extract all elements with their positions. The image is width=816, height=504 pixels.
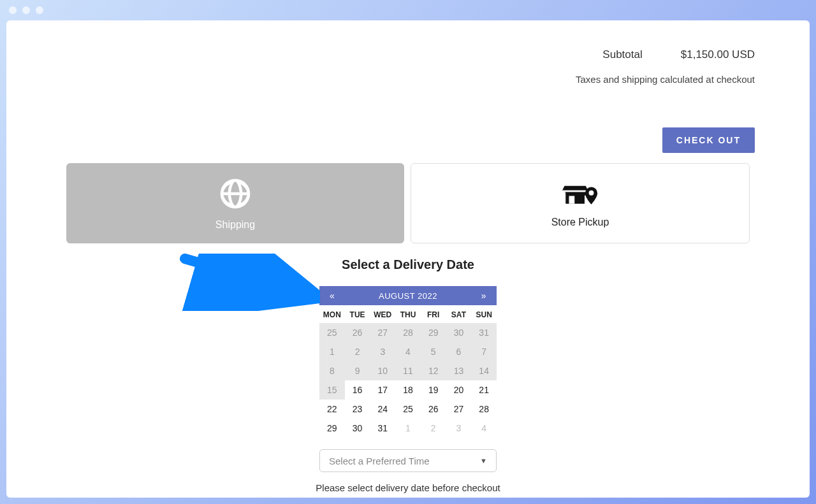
calendar-day: 25 <box>319 323 345 342</box>
calendar-day: 4 <box>471 419 497 438</box>
calendar-day: 15 <box>319 380 345 400</box>
calendar-day: 28 <box>395 323 421 342</box>
svg-rect-2 <box>562 191 588 192</box>
calendar-day: 2 <box>421 419 446 438</box>
calendar-day: 5 <box>421 342 446 361</box>
shipping-method-card[interactable]: Shipping <box>66 163 404 243</box>
calendar-day[interactable]: 28 <box>471 400 497 419</box>
svg-point-3 <box>590 191 594 195</box>
calendar-day: 1 <box>319 342 345 361</box>
calendar-day: 30 <box>446 323 472 342</box>
calendar-day[interactable]: 20 <box>446 380 472 400</box>
delivery-calendar: « AUGUST 2022 » MONTUEWEDTHUFRISATSUN 25… <box>319 286 497 438</box>
calendar-dow: SUN <box>471 305 497 323</box>
calendar-day: 11 <box>395 361 421 380</box>
svg-rect-1 <box>569 196 575 204</box>
calendar-day: 27 <box>370 323 395 342</box>
calendar-day: 26 <box>345 323 370 342</box>
calendar-prev-button[interactable]: « <box>330 291 335 301</box>
calendar-day: 29 <box>421 323 446 342</box>
tax-shipping-note: Taxes and shipping calculated at checkou… <box>576 74 755 85</box>
calendar-day: 10 <box>370 361 395 380</box>
page-content: Subtotal $1,150.00 USD Taxes and shippin… <box>6 20 810 498</box>
subtotal-value: $1,150.00 USD <box>681 48 755 61</box>
globe-icon <box>217 176 253 212</box>
calendar-dow: FRI <box>421 305 446 323</box>
calendar-day[interactable]: 25 <box>395 400 421 419</box>
chevron-down-icon: ▼ <box>480 457 487 464</box>
calendar-day: 6 <box>446 342 472 361</box>
calendar-dow: THU <box>395 305 421 323</box>
delivery-helper-text: Please select delivery date before check… <box>6 482 810 493</box>
calendar-day[interactable]: 27 <box>446 400 472 419</box>
shipping-method-label: Shipping <box>215 219 255 231</box>
calendar-day[interactable]: 17 <box>370 380 395 400</box>
calendar-next-button[interactable]: » <box>481 291 486 301</box>
store-pickup-icon <box>562 178 598 209</box>
calendar-day: 8 <box>319 361 345 380</box>
calendar-day: 12 <box>421 361 446 380</box>
calendar-day: 9 <box>345 361 370 380</box>
calendar-dow: TUE <box>345 305 370 323</box>
preferred-time-select[interactable]: Select a Preferred Time ▼ <box>319 449 497 472</box>
calendar-day[interactable]: 21 <box>471 380 497 400</box>
delivery-date-title: Select a Delivery Date <box>6 257 810 272</box>
calendar-day[interactable]: 22 <box>319 400 345 419</box>
store-pickup-method-card[interactable]: Store Pickup <box>411 163 750 243</box>
calendar-day: 4 <box>395 342 421 361</box>
calendar-day: 13 <box>446 361 472 380</box>
calendar-day[interactable]: 16 <box>345 380 370 400</box>
calendar-day[interactable]: 24 <box>370 400 395 419</box>
preferred-time-placeholder: Select a Preferred Time <box>329 456 430 466</box>
calendar-day: 7 <box>471 342 497 361</box>
calendar-dow: WED <box>370 305 395 323</box>
calendar-day: 31 <box>471 323 497 342</box>
calendar-day[interactable]: 31 <box>370 419 395 438</box>
calendar-dow: SAT <box>446 305 472 323</box>
calendar-dow: MON <box>319 305 345 323</box>
calendar-day: 14 <box>471 361 497 380</box>
calendar-day[interactable]: 26 <box>421 400 446 419</box>
checkout-button[interactable]: CHECK OUT <box>662 127 755 153</box>
calendar-day[interactable]: 23 <box>345 400 370 419</box>
calendar-day[interactable]: 19 <box>421 380 446 400</box>
subtotal-label: Subtotal <box>602 48 642 61</box>
calendar-day: 3 <box>370 342 395 361</box>
calendar-day: 2 <box>345 342 370 361</box>
calendar-day[interactable]: 29 <box>319 419 345 438</box>
calendar-day: 1 <box>395 419 421 438</box>
calendar-header: « AUGUST 2022 » <box>319 286 497 305</box>
calendar-month-label: AUGUST 2022 <box>379 291 437 301</box>
window-traffic-lights <box>9 6 43 14</box>
store-pickup-method-label: Store Pickup <box>551 217 609 228</box>
calendar-day[interactable]: 30 <box>345 419 370 438</box>
order-summary: Subtotal $1,150.00 USD Taxes and shippin… <box>576 48 755 85</box>
calendar-day: 3 <box>446 419 472 438</box>
calendar-day[interactable]: 18 <box>395 380 421 400</box>
